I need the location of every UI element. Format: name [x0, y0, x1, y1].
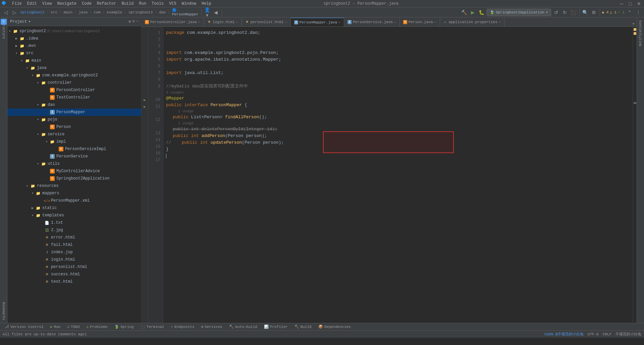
- tab-close-login[interactable]: ✕: [236, 20, 238, 24]
- build-button[interactable]: 🔨: [461, 9, 468, 16]
- tab-todo[interactable]: ☑ TODO: [64, 323, 83, 331]
- search-everywhere-button[interactable]: 👤▾: [204, 9, 211, 16]
- tree-item-success-html[interactable]: H success.html: [7, 271, 141, 278]
- tree-item-main[interactable]: ▾ 📁 main: [7, 57, 141, 64]
- reload-button[interactable]: ↻: [561, 9, 569, 16]
- tree-item-index-jsp[interactable]: J index.jsp: [7, 249, 141, 256]
- menu-refactor[interactable]: Refactor: [94, 1, 119, 7]
- tree-item-personlist-html[interactable]: H personlist.html: [7, 263, 141, 271]
- tab-endpoints[interactable]: ⚡ Endpoints: [167, 323, 198, 331]
- tree-item-mvn[interactable]: ▶ 📁 .mvn: [7, 42, 141, 50]
- tree-item-impl[interactable]: ▾ 📁 impl: [7, 138, 141, 145]
- tree-item-mappers[interactable]: ▾ 📁 mappers: [7, 190, 141, 197]
- breadcrumb-part-2[interactable]: main: [64, 10, 72, 14]
- menu-edit[interactable]: Edit: [24, 1, 40, 7]
- breadcrumb-part-0[interactable]: springboot2: [20, 10, 45, 14]
- tab-close-personlist[interactable]: ✕: [285, 20, 287, 24]
- breadcrumb-part-3[interactable]: java: [79, 10, 88, 14]
- tab-close-application[interactable]: ✕: [499, 20, 501, 24]
- tree-item-dao[interactable]: ▾ 📁 dao: [7, 101, 141, 109]
- tree-item-person-mapper-xml[interactable]: ≺/≻ PersonMapper.xml: [7, 197, 141, 204]
- tree-item-static[interactable]: ▶ 📁 static: [7, 204, 141, 212]
- run-icon-11[interactable]: ▶: [144, 105, 146, 109]
- stop-button[interactable]: ⬛: [570, 9, 577, 16]
- code-content[interactable]: package com.example.springboot2.dao; imp…: [163, 27, 633, 323]
- menu-navigate[interactable]: Navigate: [54, 1, 79, 7]
- tree-item-1txt[interactable]: 📄 1.txt: [7, 219, 141, 226]
- refresh-button[interactable]: ↺: [552, 9, 560, 16]
- notifications-label[interactable]: Notifications: [637, 17, 644, 49]
- structure-label[interactable]: Structure: [1, 27, 7, 32]
- run-icon-10[interactable]: ▶: [144, 98, 146, 102]
- tab-problems[interactable]: ⚠ Problems: [83, 323, 111, 331]
- tree-item-idea[interactable]: ▶ 📁 .idea: [7, 35, 141, 42]
- tree-item-service[interactable]: ▾ 📁 service: [7, 131, 141, 138]
- tree-item-2jpg[interactable]: 🖼 2.jpg: [7, 226, 141, 234]
- tree-item-templates[interactable]: ▾ 📁 templates: [7, 212, 141, 219]
- status-linesep[interactable]: CRLF: [603, 332, 611, 336]
- tab-person-service[interactable]: I PersonService.java ✕: [344, 18, 400, 26]
- tree-item-test-controller[interactable]: C TestController: [7, 94, 141, 101]
- menu-build[interactable]: Build: [119, 1, 136, 7]
- tree-item-person-service[interactable]: I PersonService: [7, 153, 141, 160]
- status-encoding[interactable]: UTF-8: [588, 332, 599, 336]
- tab-version-control[interactable]: ⎇ Version Control: [1, 323, 47, 331]
- tab-person-mapper[interactable]: I PersonMapper.java ✕: [291, 18, 344, 26]
- sidebar-close-icon[interactable]: −: [136, 19, 139, 24]
- tree-item-person-mapper[interactable]: I PersonMapper: [7, 109, 141, 116]
- tab-build[interactable]: 🔨 Build: [291, 323, 315, 331]
- tab-terminal[interactable]: ⬛ Terminal: [137, 323, 168, 331]
- menu-run[interactable]: Run: [136, 1, 149, 7]
- breadcrumb-part-4[interactable]: com: [94, 10, 101, 14]
- expand-button[interactable]: ⌃: [626, 9, 633, 16]
- menu-code[interactable]: Code: [79, 1, 94, 7]
- breadcrumb-part-8[interactable]: 🔵 PersonMapper: [172, 8, 199, 16]
- tree-item-person[interactable]: C Person: [7, 123, 141, 131]
- menu-vcs[interactable]: VCS: [166, 1, 179, 7]
- breadcrumb-part-1[interactable]: src: [51, 10, 57, 14]
- run-button[interactable]: ▶: [469, 9, 477, 16]
- tab-person[interactable]: C Person.java ✕: [400, 18, 440, 26]
- breadcrumb-part-7[interactable]: dao: [159, 10, 166, 14]
- settings-button[interactable]: ⚙: [590, 9, 598, 16]
- tree-item-login-html[interactable]: H login.html: [7, 256, 141, 263]
- tab-spring[interactable]: 🍃 Spring: [111, 323, 137, 331]
- tab-application[interactable]: ⚙ application.properties ✕: [440, 18, 504, 26]
- bookmarks-label[interactable]: Bookmarks: [2, 301, 5, 322]
- tree-item-person-service-impl[interactable]: C PersonServiceImpl: [7, 145, 141, 153]
- tree-item-person-controller[interactable]: C PersonController: [7, 86, 141, 94]
- tab-dependencies[interactable]: 📦 Dependencies: [315, 323, 354, 331]
- close-button[interactable]: ✕: [635, 0, 643, 7]
- menu-window[interactable]: Window: [179, 1, 199, 7]
- tree-item-my-controller-advice[interactable]: C MyControllerAdvice: [7, 167, 141, 175]
- tree-item-fail-html[interactable]: H fail.html: [7, 241, 141, 249]
- tree-item-com-example[interactable]: ▾ 📁 com.example.springboot2: [7, 72, 141, 79]
- minimize-button[interactable]: ─: [618, 0, 625, 7]
- tab-close-person-mapper[interactable]: ✕: [338, 20, 340, 24]
- tree-root[interactable]: ▾ 📁 springboot2 D:\Users\Admin\springboo…: [7, 27, 141, 35]
- menu-file[interactable]: File: [9, 1, 24, 7]
- tab-login[interactable]: H login.html ✕: [204, 18, 242, 26]
- forward-button[interactable]: ▷: [11, 9, 18, 16]
- tab-profiler[interactable]: 📊 Profiler: [261, 323, 291, 331]
- sidebar-dropdown-icon[interactable]: ▾: [28, 19, 31, 24]
- tree-item-error-html[interactable]: H error.html: [7, 234, 141, 241]
- tree-item-utils[interactable]: ▾ 📁 utils: [7, 160, 141, 167]
- tree-item-java[interactable]: ▾ 📁 java: [7, 64, 141, 72]
- breadcrumb-part-5[interactable]: example: [107, 10, 122, 14]
- run-config-selector[interactable]: 🍃 Springboot2Application ▾: [487, 9, 551, 16]
- tab-auto-build[interactable]: 🔨 Auto-build: [226, 323, 261, 331]
- navigate-button[interactable]: ◀: [212, 9, 220, 16]
- tab-personlist[interactable]: H personlist.html ✕: [242, 18, 291, 26]
- more-button[interactable]: ⋮: [635, 9, 642, 16]
- tree-item-test-html[interactable]: H test.html: [7, 278, 141, 285]
- menu-view[interactable]: View: [40, 1, 55, 7]
- tree-item-src[interactable]: ▾ 📁 src: [7, 50, 141, 57]
- tab-close-person-service[interactable]: ✕: [394, 20, 396, 24]
- tab-close-person[interactable]: ✕: [434, 20, 436, 24]
- maximize-button[interactable]: □: [627, 0, 634, 7]
- search-button[interactable]: 🔍: [582, 9, 589, 16]
- tab-person-controller[interactable]: C PersonController.java ✕: [142, 18, 204, 26]
- tab-services[interactable]: ⚙ Services: [198, 323, 225, 331]
- sidebar-settings-icon[interactable]: ⊕: [128, 19, 131, 24]
